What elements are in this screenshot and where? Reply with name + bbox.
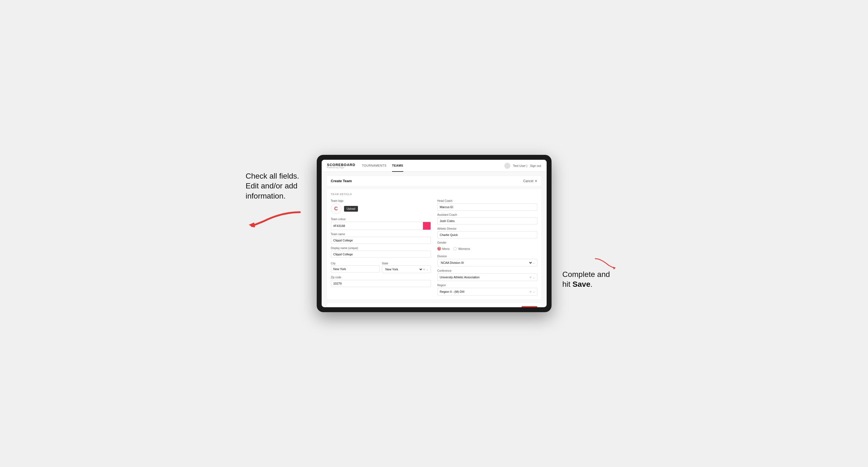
cancel-x-button[interactable]: Cancel ✕ [523, 179, 537, 183]
state-subgroup: State New York ✕ ⌄ [382, 260, 431, 273]
right-annotation: Complete and hit Save. [562, 155, 623, 289]
right-annotation-text: Complete and hit Save. [562, 270, 623, 289]
form-col-left: Team logo C Upload Team colo [331, 199, 431, 295]
brand-name: SCOREBOARD [327, 163, 355, 166]
head-coach-group: Head Coach [437, 199, 537, 211]
display-name-label: Display name (unique) [331, 247, 431, 250]
state-clear-icon[interactable]: ✕ [423, 268, 425, 271]
division-chevron-down-icon: ⌄ [533, 261, 535, 264]
cancel-button[interactable]: Cancel [504, 306, 519, 307]
svg-marker-1 [613, 267, 616, 270]
nav-teams[interactable]: TEAMS [392, 160, 403, 172]
sign-out-link[interactable]: Sign out [530, 164, 541, 167]
state-select[interactable]: New York [384, 266, 423, 273]
color-swatch [423, 222, 431, 230]
tablet-device: SCOREBOARD Powered by clippi TOURNAMENTS… [317, 155, 552, 312]
form-grid: Team logo C Upload Team colo [331, 199, 537, 295]
page-title: Create Team [331, 179, 352, 183]
athletic-director-input[interactable] [437, 231, 537, 239]
team-name-label: Team name [331, 233, 431, 236]
gender-womens-radio[interactable] [453, 247, 457, 250]
assistant-coach-group: Assistant Coach [437, 213, 537, 224]
state-chevron-down-icon: ⌄ [426, 268, 428, 271]
assistant-coach-label: Assistant Coach [437, 213, 537, 216]
gender-womens-option[interactable]: Womens [453, 247, 470, 250]
city-subgroup: City [331, 260, 380, 273]
form-section: TEAM DETAILS Team logo C [327, 189, 541, 299]
city-state-group: City State New York [331, 260, 431, 273]
region-value: Region II - (M) DIII [440, 290, 529, 293]
state-label: State [382, 262, 388, 265]
head-coach-input[interactable] [437, 204, 537, 211]
team-logo-group: Team logo C Upload [331, 199, 431, 215]
conference-label: Conference [437, 269, 537, 272]
navbar-left: SCOREBOARD Powered by clippi TOURNAMENTS… [327, 160, 403, 172]
page-header: Create Team Cancel ✕ [327, 176, 541, 186]
section-label: TEAM DETAILS [331, 193, 537, 195]
svg-marker-0 [249, 223, 255, 227]
left-annotation: Check all fields. Edit and/or add inform… [246, 155, 306, 227]
division-label: Division [437, 255, 537, 258]
region-group: Region Region II - (M) DIII ✕ ⌄ [437, 284, 537, 295]
division-select[interactable]: NCAA Division III [440, 261, 533, 264]
team-logo-label: Team logo [331, 199, 431, 203]
gender-womens-label: Womens [458, 247, 470, 250]
state-select-wrapper: New York ✕ ⌄ [382, 266, 431, 273]
conference-chevron-down-icon: ⌄ [533, 276, 535, 279]
nav-tournaments[interactable]: TOURNAMENTS [362, 160, 386, 172]
team-colour-input[interactable] [331, 223, 423, 229]
form-col-right: Head Coach Assistant Coach Athletic Dire… [437, 199, 537, 295]
save-button[interactable]: Save [522, 306, 537, 307]
city-state-row: City State New York [331, 260, 431, 273]
region-clear-icon[interactable]: ✕ [529, 290, 532, 293]
athletic-director-group: Athletic Director [437, 227, 537, 239]
team-colour-group: Team colour [331, 218, 431, 230]
logo-letter: C [334, 206, 338, 212]
cancel-label: Cancel [523, 179, 533, 183]
division-dropdown[interactable]: NCAA Division III ⌄ [437, 259, 537, 267]
tablet-screen: SCOREBOARD Powered by clippi TOURNAMENTS… [322, 160, 547, 307]
user-avatar [504, 163, 510, 169]
team-colour-label: Team colour [331, 218, 431, 221]
page-content: Create Team Cancel ✕ TEAM DETAILS [322, 172, 547, 307]
athletic-director-label: Athletic Director [437, 227, 537, 230]
zip-input[interactable] [331, 280, 431, 287]
display-name-input[interactable] [331, 251, 431, 258]
conference-clear-icon[interactable]: ✕ [529, 276, 532, 279]
gender-mens-label: Mens [442, 247, 450, 250]
division-group: Division NCAA Division III ⌄ [437, 255, 537, 267]
navbar: SCOREBOARD Powered by clippi TOURNAMENTS… [322, 160, 547, 172]
user-label: Test User | [513, 164, 527, 167]
logo-area: C Upload [331, 204, 431, 214]
region-chevron-down-icon: ⌄ [533, 290, 535, 293]
conference-value: University Athletic Association [440, 276, 529, 279]
nav-links: TOURNAMENTS TEAMS [362, 160, 403, 172]
upload-button[interactable]: Upload [344, 206, 358, 212]
display-name-group: Display name (unique) [331, 247, 431, 258]
head-coach-label: Head Coach [437, 199, 537, 203]
brand-subtitle: Powered by clippi [327, 166, 355, 168]
navbar-right: Test User | Sign out [504, 163, 541, 169]
brand-logo: SCOREBOARD Powered by clippi [327, 163, 355, 168]
region-wrapper: Region II - (M) DIII ✕ ⌄ [437, 288, 537, 295]
team-name-group: Team name [331, 233, 431, 244]
city-input[interactable] [331, 266, 380, 273]
conference-wrapper: University Athletic Association ✕ ⌄ [437, 273, 537, 281]
team-name-input[interactable] [331, 237, 431, 244]
right-arrow [562, 256, 623, 270]
gender-label: Gender [437, 241, 537, 244]
gender-mens-radio[interactable] [437, 247, 441, 250]
color-input-wrapper [331, 222, 431, 230]
assistant-coach-input[interactable] [437, 217, 537, 224]
gender-group: Gender Mens Womens [437, 241, 537, 252]
region-label: Region [437, 284, 537, 287]
gender-mens-option[interactable]: Mens [437, 247, 450, 250]
left-annotation-text: Check all fields. Edit and/or add inform… [246, 171, 306, 201]
logo-circle: C [331, 204, 341, 214]
form-footer: Cancel Save [327, 303, 541, 307]
close-icon[interactable]: ✕ [535, 179, 537, 183]
gender-radio-group: Mens Womens [437, 245, 537, 252]
zip-label: Zip code [331, 276, 431, 279]
conference-group: Conference University Athletic Associati… [437, 269, 537, 281]
zip-code-group: Zip code [331, 276, 431, 287]
